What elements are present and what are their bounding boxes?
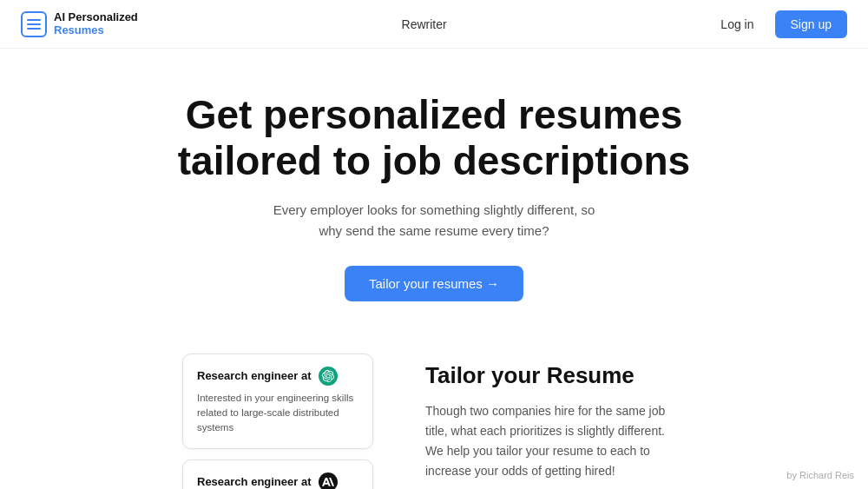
cards-column: Research engineer at Interested in your … xyxy=(182,354,373,489)
logo[interactable]: AI Personalized Resumes xyxy=(21,11,138,37)
hero-subtitle: Every employer looks for something sligh… xyxy=(269,200,599,241)
header-actions: Log in Sign up xyxy=(710,10,847,38)
tailor-title: Tailor your Resume xyxy=(425,362,686,389)
hero-title: Get personalized resumes tailored to job… xyxy=(165,92,703,184)
job-card-anthropic-title: Research engineer at xyxy=(197,475,312,488)
signup-button[interactable]: Sign up xyxy=(775,10,847,38)
cta-button[interactable]: Tailor your resumes → xyxy=(345,266,523,301)
hero-section: Get personalized resumes tailored to job… xyxy=(0,49,868,327)
logo-icon xyxy=(21,11,47,37)
job-card-openai: Research engineer at Interested in your … xyxy=(182,354,373,449)
login-button[interactable]: Log in xyxy=(710,12,764,36)
tailor-text-column: Tailor your Resume Though two companies … xyxy=(425,354,686,489)
footer-credit: by Richard Reis xyxy=(786,470,854,480)
job-card-openai-body: Interested in your engineering skills re… xyxy=(197,391,358,436)
features-section: Research engineer at Interested in your … xyxy=(0,336,868,489)
logo-text-bottom: Resumes xyxy=(54,24,138,36)
nav-rewriter[interactable]: Rewriter xyxy=(402,17,447,31)
logo-text-top: AI Personalized xyxy=(54,11,138,23)
job-card-openai-header: Research engineer at xyxy=(197,367,358,386)
job-card-anthropic-header: Research engineer at xyxy=(197,472,358,489)
job-card-anthropic: Research engineer at Interested in your … xyxy=(182,459,373,489)
main-nav: Rewriter xyxy=(402,17,447,31)
tailor-body: Though two companies hire for the same j… xyxy=(425,401,686,481)
anthropic-icon xyxy=(319,472,338,489)
job-card-openai-title: Research engineer at xyxy=(197,369,312,382)
openai-icon xyxy=(319,367,338,386)
